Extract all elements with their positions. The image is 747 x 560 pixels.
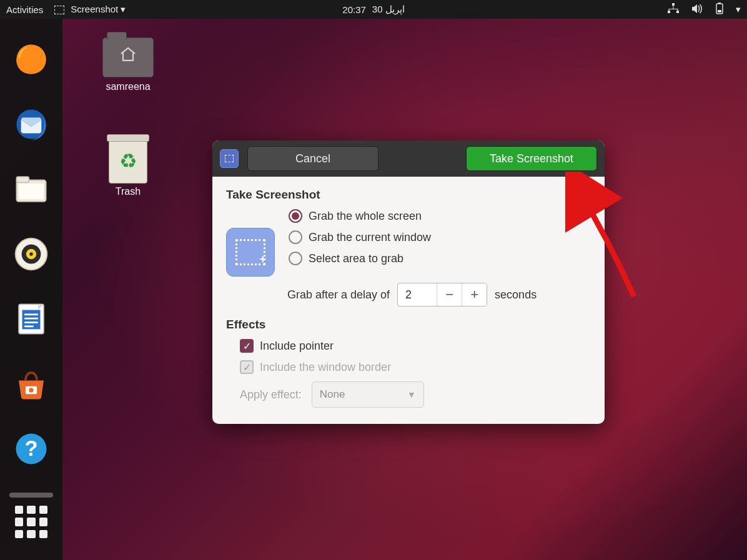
dock-separator: [9, 493, 53, 498]
delay-decrement-button[interactable]: −: [437, 283, 462, 306]
radio-label: Grab the current window: [309, 231, 431, 244]
svg-rect-0: [672, 3, 675, 6]
delay-increment-button[interactable]: +: [462, 283, 487, 306]
desktop-icon-label: samreena: [97, 81, 159, 92]
app-menu[interactable]: Screenshot ▾: [54, 4, 126, 15]
screenshot-app-icon: [220, 149, 239, 168]
dock-app-writer[interactable]: [9, 297, 53, 341]
battery-icon[interactable]: [715, 2, 725, 17]
cancel-button[interactable]: Cancel: [247, 146, 378, 171]
check-icon: ✓: [240, 339, 254, 353]
show-applications-button[interactable]: [15, 506, 47, 538]
network-icon[interactable]: [667, 3, 680, 16]
svg-rect-4: [669, 9, 678, 9]
annotation-arrow: [565, 172, 653, 309]
desktop-icon-label: Trash: [97, 186, 159, 197]
delay-label-post: seconds: [495, 288, 537, 302]
checkbox-label: Include pointer: [260, 340, 334, 353]
trash-icon: ♻: [109, 139, 147, 184]
combo-value: None: [320, 388, 345, 401]
section-title-effects: Effects: [226, 318, 591, 332]
svg-rect-2: [676, 11, 679, 13]
clock[interactable]: 20:37 اپریل 30: [342, 4, 404, 15]
svg-rect-6: [678, 9, 678, 11]
dock-app-rhythmbox[interactable]: [9, 232, 53, 276]
app-menu-label: Screenshot: [71, 4, 118, 14]
radio-icon: [289, 252, 302, 265]
radio-icon: [289, 230, 302, 244]
delay-label-pre: Grab after a delay of: [287, 288, 390, 302]
radio-label: Grab the whole screen: [309, 210, 422, 223]
chevron-down-icon: ▼: [407, 390, 416, 400]
home-icon: [119, 46, 137, 67]
screenshot-icon: [54, 6, 64, 14]
clock-date: اپریل 30: [372, 4, 405, 15]
radio-select-area[interactable]: Select area to grab: [289, 252, 591, 265]
delay-value: 2: [398, 288, 437, 302]
svg-rect-9: [718, 10, 721, 12]
take-screenshot-button[interactable]: Take Screenshot: [466, 146, 597, 171]
checkbox-label: Include the window border: [260, 361, 391, 374]
delay-spinbox[interactable]: 2 − +: [397, 283, 487, 307]
dock: ?: [0, 19, 62, 560]
top-bar: Activities Screenshot ▾ 20:37 اپریل 30 ▾: [0, 0, 747, 19]
volume-icon[interactable]: [691, 3, 703, 16]
section-title-grab: Take Screenshot: [226, 188, 591, 202]
svg-point-26: [29, 388, 33, 392]
desktop-icon-home[interactable]: samreena: [97, 37, 159, 92]
chevron-down-icon[interactable]: ▾: [736, 4, 741, 15]
radio-icon: [289, 209, 302, 223]
radio-label: Select area to grab: [309, 252, 403, 265]
svg-rect-13: [16, 177, 29, 182]
dialog-header: Cancel Take Screenshot: [212, 140, 605, 177]
svg-rect-14: [19, 184, 44, 199]
svg-rect-5: [669, 9, 670, 11]
activities-button[interactable]: Activities: [6, 4, 43, 15]
check-icon: ✓: [240, 360, 254, 374]
checkbox-include-pointer[interactable]: ✓ Include pointer: [240, 339, 591, 353]
radio-whole-screen[interactable]: Grab the whole screen: [289, 209, 591, 223]
svg-rect-8: [718, 2, 721, 4]
dock-app-software[interactable]: [9, 362, 53, 406]
dock-app-firefox[interactable]: [9, 37, 53, 81]
dock-app-help[interactable]: ?: [9, 427, 53, 471]
apply-effect-label: Apply effect:: [240, 388, 302, 401]
checkbox-include-border: ✓ Include the window border: [240, 360, 591, 374]
radio-current-window[interactable]: Grab the current window: [289, 230, 591, 244]
svg-text:?: ?: [24, 436, 37, 460]
recycle-icon: ♻: [119, 149, 137, 173]
apply-effect-combo: None ▼: [312, 381, 424, 408]
clock-time: 20:37: [342, 4, 366, 15]
desktop-icon-trash[interactable]: ♻ Trash: [97, 139, 159, 197]
dock-app-files[interactable]: [9, 167, 53, 211]
svg-point-18: [29, 252, 32, 255]
chevron-down-icon: ▾: [121, 4, 126, 14]
svg-rect-1: [668, 11, 670, 13]
dialog-body: Take Screenshot Grab the whole screen Gr…: [212, 177, 605, 424]
dock-app-thunderbird[interactable]: [9, 102, 53, 146]
screenshot-dialog: Cancel Take Screenshot Take Screenshot G…: [212, 140, 605, 424]
folder-icon: [102, 37, 154, 77]
